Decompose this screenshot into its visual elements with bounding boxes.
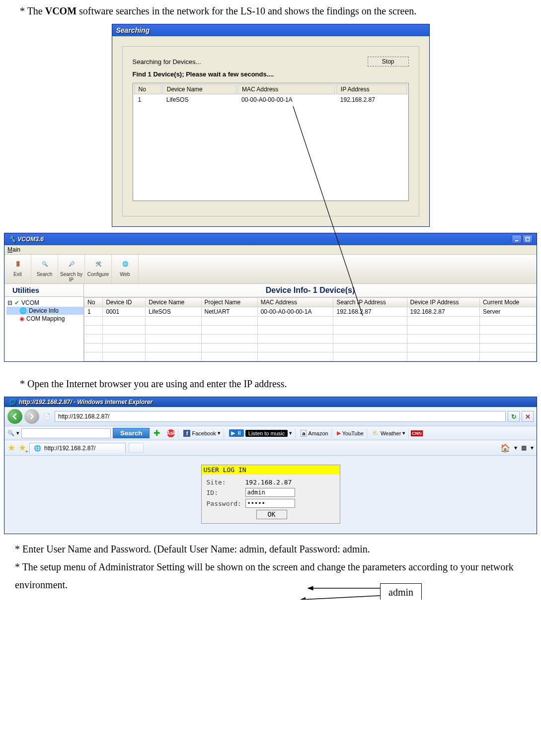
maximize-button[interactable]: [523, 235, 533, 244]
intro-rest: software searches in the network for the…: [77, 5, 416, 16]
page-icon: 📄: [41, 413, 53, 420]
cell-mac: 00-00-A0-00-00-1A: [237, 95, 335, 104]
feeds-icon[interactable]: ▦: [521, 444, 527, 451]
instr-credentials: * Enter User Name and Password. (Default…: [15, 540, 526, 558]
ie-icon: 🌐: [8, 399, 16, 406]
utilities-header: Utilities: [4, 284, 83, 297]
ask-icon[interactable]: Ask: [164, 428, 178, 438]
svg-line-4: [301, 596, 380, 600]
cell-name: LifeSOS: [162, 95, 236, 104]
cnn-icon[interactable]: CNN: [411, 430, 423, 436]
menu-main[interactable]: Main: [4, 245, 537, 255]
col-ip[interactable]: IP Address: [336, 84, 407, 94]
vcom-toolbar: 🚪Exit 🔍Search 🔎Search by IP 🛠️Configure …: [4, 255, 537, 284]
address-input[interactable]: [55, 411, 506, 422]
tree-root-vcom[interactable]: ⊟✔VCOM: [6, 299, 83, 307]
cell-ip: 192.168.2.87: [336, 95, 407, 104]
intro-line: * The VCOM software searches in the netw…: [20, 4, 521, 18]
toolbar-configure[interactable]: 🛠️Configure: [85, 255, 112, 283]
minus-icon: ⊟: [7, 299, 12, 306]
grid-col-mode[interactable]: Current Mode: [479, 298, 536, 307]
ie-tab-row: ★ ★+ 🌐 http://192.168.2.87/ 🏠▾ ▦▾: [4, 440, 537, 456]
add-favorite-icon[interactable]: ★+: [18, 442, 26, 453]
grid-col-proj[interactable]: Project Name: [201, 298, 257, 307]
stop-button[interactable]: Stop: [368, 57, 409, 67]
id-field[interactable]: [245, 488, 295, 497]
door-icon: 🚪: [11, 257, 25, 271]
grid-col-dip[interactable]: Device IP Address: [407, 298, 479, 307]
check-icon: ✔: [14, 299, 19, 306]
tree-device-info[interactable]: 🌐Device Info: [6, 307, 83, 315]
instr-admin-setting: * The setup menu of Administrator Settin…: [15, 558, 526, 594]
toolbar-exit[interactable]: 🚪Exit: [4, 255, 31, 283]
site-value: 192.168.2.87: [245, 479, 292, 486]
ie-title-text: http://192.168.2.87/ - Windows Internet …: [19, 399, 153, 406]
site-label: Site:: [207, 479, 242, 486]
callout-admin: admin: [380, 583, 422, 600]
login-panel: USER LOG IN Site: 192.168.2.87 ID: Passw…: [201, 465, 340, 524]
step-open-browser: * Open the Internet browser you are usin…: [20, 377, 521, 391]
minimize-button[interactable]: [512, 235, 522, 244]
plus-icon[interactable]: ✚: [152, 428, 162, 438]
device-grid: No Device ID Device Name Project Name MA…: [84, 297, 537, 361]
forward-button[interactable]: [24, 409, 39, 424]
password-label: Password:: [207, 500, 242, 507]
home-icon[interactable]: 🏠: [500, 443, 510, 453]
vcom-titlebar: 🔧 VCOM3.6: [4, 233, 537, 245]
magnify-icon: 🔍: [7, 430, 14, 436]
favorites-star-icon[interactable]: ★: [7, 442, 15, 453]
searching-titlebar: Searching: [112, 24, 429, 36]
refresh-button[interactable]: ↻: [508, 411, 520, 422]
vcom-tree: ⊟✔VCOM 🌐Device Info ◉COM Mapping: [4, 297, 83, 361]
listen-music-link[interactable]: ▶ ⏸Listen to music ▾: [226, 428, 296, 438]
magnify-ip-icon: 🔎: [65, 257, 78, 271]
password-field[interactable]: [245, 499, 295, 508]
vcom-window: 🔧 VCOM3.6 Main 🚪Exit 🔍Search 🔎Search by …: [4, 233, 537, 362]
grid-col-sip[interactable]: Search IP Address: [333, 298, 407, 307]
search-button[interactable]: Search: [113, 428, 150, 438]
ok-button[interactable]: OK: [256, 510, 287, 519]
toolbar-search[interactable]: 🔍Search: [31, 255, 58, 283]
youtube-link[interactable]: ▶YouTube: [334, 428, 367, 438]
searching-results-table: No Device Name MAC Address IP Address 1 …: [133, 83, 409, 201]
intro-prefix: * The: [20, 5, 45, 16]
stop-nav-button[interactable]: ✕: [522, 411, 534, 422]
grid-col-name[interactable]: Device Name: [146, 298, 201, 307]
ie-tab-icon: 🌐: [34, 445, 41, 452]
vcom-title-text: VCOM3.6: [17, 236, 44, 243]
svg-rect-1: [526, 238, 530, 241]
new-tab-button[interactable]: [129, 443, 144, 453]
ie-search-toolbar: 🔍▾ Search ✚ Ask fFacebook ▾ ▶ ⏸Listen to…: [4, 426, 537, 440]
ie-nav-bar: 📄 ↻ ✕: [4, 407, 537, 426]
com-icon: ◉: [19, 315, 24, 322]
globe-small-icon: 🌐: [19, 307, 27, 314]
grid-col-no[interactable]: No: [84, 298, 103, 307]
tree-com-mapping[interactable]: ◉COM Mapping: [6, 315, 83, 323]
weather-link[interactable]: ⛅Weather ▾: [369, 428, 409, 438]
table-row[interactable]: 1 0001 LifeSOS NetUART 00-00-A0-00-00-1A…: [84, 307, 537, 317]
device-info-header: Device Info- 1 Device(s): [84, 284, 537, 297]
grid-col-mac[interactable]: MAC Address: [257, 298, 333, 307]
searching-dialog: Searching Searching for Devices... Stop …: [112, 24, 430, 227]
grid-col-id[interactable]: Device ID: [103, 298, 146, 307]
table-row[interactable]: 1 LifeSOS 00-00-A0-00-00-1A 192.168.2.87: [134, 95, 407, 104]
id-label: ID:: [207, 489, 242, 496]
toolbar-web[interactable]: 🌐Web: [112, 255, 139, 283]
browser-tab[interactable]: 🌐 http://192.168.2.87/: [29, 443, 126, 453]
col-no[interactable]: No: [134, 84, 161, 94]
col-mac[interactable]: MAC Address: [237, 84, 335, 94]
cell-no: 1: [134, 95, 161, 104]
facebook-link[interactable]: fFacebook ▾: [180, 428, 224, 438]
searching-label: Searching for Devices...: [133, 58, 201, 66]
search-input[interactable]: [21, 428, 111, 438]
ie-window: 🌐 http://192.168.2.87/ - Windows Interne…: [4, 397, 537, 534]
col-devname[interactable]: Device Name: [162, 84, 236, 94]
magnify-icon: 🔍: [38, 257, 52, 271]
tab-label: http://192.168.2.87/: [44, 445, 95, 452]
amazon-link[interactable]: aAmazon: [298, 428, 331, 438]
toolbar-search-ip[interactable]: 🔎Search by IP: [58, 255, 85, 283]
tools-icon: 🛠️: [91, 257, 105, 271]
back-button[interactable]: [7, 409, 22, 424]
login-title: USER LOG IN: [202, 465, 340, 475]
intro-vcom: VCOM: [45, 5, 77, 16]
